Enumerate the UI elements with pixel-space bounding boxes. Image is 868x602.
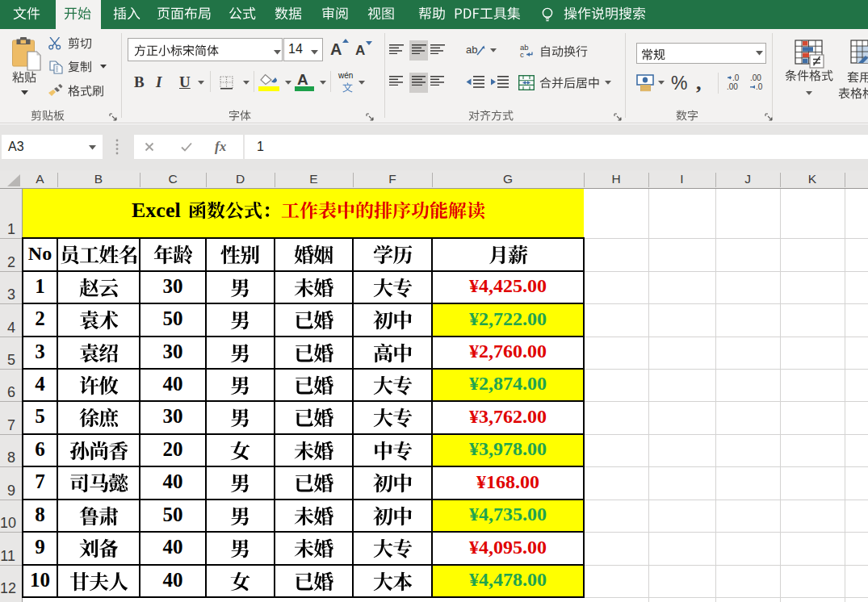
svg-text:.00: .00: [727, 82, 738, 91]
svg-text:.0: .0: [732, 74, 740, 82]
svg-text:ab: ab: [466, 44, 477, 56]
svg-text:c: c: [520, 50, 524, 59]
svg-text:.00: .00: [750, 74, 761, 82]
svg-text:.0: .0: [756, 82, 763, 91]
